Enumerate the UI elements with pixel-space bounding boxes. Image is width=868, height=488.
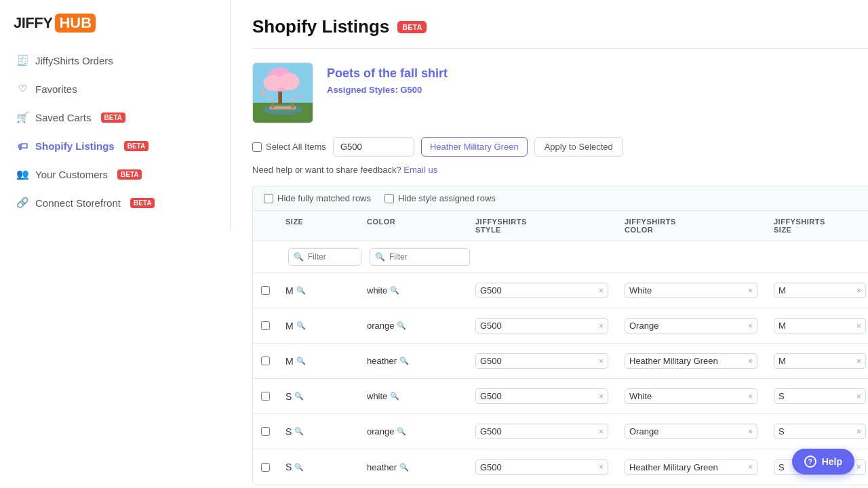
sidebar-item-saved-carts[interactable]: 🛒 Saved Carts BETA bbox=[0, 103, 230, 131]
jsize-clear-3[interactable]: × bbox=[856, 392, 861, 401]
color-filter-search-icon: 🔍 bbox=[375, 252, 385, 262]
help-button[interactable]: ? Help bbox=[792, 449, 854, 474]
style-input[interactable]: G500 bbox=[333, 137, 414, 157]
sidebar-item-connect-storefront[interactable]: 🔗 Connect Storefront BETA bbox=[0, 188, 230, 217]
jstyle-clear-0[interactable]: × bbox=[599, 286, 604, 296]
jsize-tag-3[interactable]: S × bbox=[774, 388, 866, 404]
sidebar-item-label-favorites: Favorites bbox=[35, 83, 77, 95]
color-chip-button[interactable]: Heather Military Green bbox=[421, 137, 528, 157]
hide-matched-checkbox[interactable] bbox=[264, 194, 273, 203]
jsize-clear-0[interactable]: × bbox=[856, 286, 861, 296]
jstyle-tag-3[interactable]: G500 × bbox=[475, 388, 608, 404]
row-checkbox-0 bbox=[253, 281, 277, 300]
jcolor-clear-2[interactable]: × bbox=[748, 357, 753, 366]
help-text: Need help or want to share feedback? Ema… bbox=[252, 165, 868, 175]
jcolor-tag-1[interactable]: Orange × bbox=[625, 318, 757, 333]
size-search-icon-2[interactable]: 🔍 bbox=[296, 357, 306, 365]
row-jcolor-3: White × bbox=[616, 383, 766, 409]
row-color-2: heather 🔍 bbox=[359, 350, 467, 371]
jstyle-clear-4[interactable]: × bbox=[599, 427, 604, 436]
link-icon: 🔗 bbox=[16, 197, 28, 209]
table-row: S 🔍 white 🔍 G500 × White × S × bbox=[253, 379, 868, 414]
th-checkbox bbox=[253, 211, 277, 241]
size-search-icon-1[interactable]: 🔍 bbox=[296, 321, 306, 330]
sidebar-item-label-saved-carts: Saved Carts bbox=[35, 112, 92, 123]
jcolor-tag-5[interactable]: Heather Military Green × bbox=[625, 460, 757, 475]
row-color-4: orange 🔍 bbox=[359, 421, 467, 442]
row-jcolor-5: Heather Military Green × bbox=[616, 454, 766, 481]
jcolor-clear-3[interactable]: × bbox=[748, 392, 753, 401]
select-all-wrapper[interactable]: Select All Items bbox=[252, 142, 326, 152]
size-filter-search-icon: 🔍 bbox=[294, 252, 304, 262]
logo-area: JIFFY HUB bbox=[0, 14, 230, 46]
jstyle-clear-5[interactable]: × bbox=[599, 462, 604, 472]
product-name: Poets of the fall shirt bbox=[327, 66, 448, 81]
jcolor-clear-1[interactable]: × bbox=[748, 321, 753, 331]
jcolor-tag-0[interactable]: White × bbox=[625, 283, 757, 298]
sidebar-item-jiffyshirts-orders[interactable]: 🧾 JiffyShirts Orders bbox=[0, 46, 230, 75]
color-search-icon-5[interactable]: 🔍 bbox=[399, 463, 409, 472]
th-jiffyshirts-style: JIFFYSHIRTSSTYLE bbox=[467, 211, 616, 241]
jsize-tag-2[interactable]: M × bbox=[774, 353, 866, 369]
jsize-clear-4[interactable]: × bbox=[856, 427, 861, 436]
jcolor-tag-2[interactable]: Heather Military Green × bbox=[625, 353, 757, 369]
jstyle-tag-0[interactable]: G500 × bbox=[475, 283, 608, 298]
row-check-4[interactable] bbox=[261, 427, 270, 436]
jstyle-tag-5[interactable]: G500 × bbox=[475, 460, 608, 475]
apply-to-selected-button[interactable]: Apply to Selected bbox=[534, 137, 623, 157]
product-info: Poets of the fall shirt Assigned Styles:… bbox=[327, 62, 448, 95]
jstyle-tag-2[interactable]: G500 × bbox=[475, 353, 608, 369]
sidebar-item-shopify-listings[interactable]: 🏷 Shopify Listings BETA bbox=[0, 131, 230, 160]
hide-assigned-checkbox[interactable] bbox=[384, 194, 394, 203]
color-search-icon-1[interactable]: 🔍 bbox=[397, 321, 406, 330]
page-title: Shopify Listings bbox=[252, 16, 389, 37]
svg-point-11 bbox=[298, 95, 300, 98]
row-color-5: heather 🔍 bbox=[359, 457, 467, 478]
sidebar-item-favorites[interactable]: ♡ Favorites bbox=[0, 75, 230, 103]
badge-saved-carts: BETA bbox=[101, 113, 125, 123]
row-check-3[interactable] bbox=[261, 392, 270, 401]
color-search-icon-0[interactable]: 🔍 bbox=[390, 286, 399, 295]
jcolor-clear-5[interactable]: × bbox=[748, 462, 753, 472]
table-row: M 🔍 heather 🔍 G500 × Heather Military Gr… bbox=[253, 344, 868, 379]
row-check-0[interactable] bbox=[261, 286, 270, 295]
row-check-1[interactable] bbox=[261, 321, 270, 330]
jcolor-clear-4[interactable]: × bbox=[748, 427, 753, 436]
size-search-icon-0[interactable]: 🔍 bbox=[296, 286, 306, 295]
jcolor-clear-0[interactable]: × bbox=[748, 286, 753, 296]
color-search-icon-4[interactable]: 🔍 bbox=[397, 427, 406, 436]
jsize-clear-2[interactable]: × bbox=[856, 357, 861, 366]
size-search-icon-4[interactable]: 🔍 bbox=[294, 427, 304, 436]
jstyle-clear-1[interactable]: × bbox=[599, 321, 604, 331]
jsize-tag-1[interactable]: M × bbox=[774, 318, 866, 333]
row-size-2: M 🔍 bbox=[277, 350, 359, 372]
jcolor-tag-3[interactable]: White × bbox=[625, 388, 757, 404]
size-search-icon-5[interactable]: 🔍 bbox=[294, 463, 304, 472]
hide-matched-wrapper[interactable]: Hide fully matched rows bbox=[264, 193, 371, 203]
hide-assigned-label: Hide style assigned rows bbox=[398, 193, 496, 203]
select-all-checkbox[interactable] bbox=[252, 142, 262, 152]
sidebar-item-label-jiffyshirts-orders: JiffyShirts Orders bbox=[35, 55, 113, 66]
toolbar: Select All Items G500 Heather Military G… bbox=[252, 137, 868, 157]
jsize-tag-4[interactable]: S × bbox=[774, 424, 866, 439]
row-check-5[interactable] bbox=[261, 463, 270, 472]
th-color: COLOR bbox=[359, 211, 467, 241]
color-search-icon-2[interactable]: 🔍 bbox=[399, 357, 409, 365]
email-us-link[interactable]: Email us bbox=[403, 165, 437, 175]
color-search-icon-3[interactable]: 🔍 bbox=[390, 392, 399, 401]
row-check-2[interactable] bbox=[261, 357, 270, 365]
jsize-clear-5[interactable]: × bbox=[856, 462, 861, 472]
hide-assigned-wrapper[interactable]: Hide style assigned rows bbox=[384, 193, 496, 203]
svg-rect-9 bbox=[292, 103, 294, 108]
jcolor-tag-4[interactable]: Orange × bbox=[625, 424, 757, 439]
size-search-icon-3[interactable]: 🔍 bbox=[294, 392, 304, 401]
jstyle-tag-1[interactable]: G500 × bbox=[475, 318, 608, 333]
jsize-tag-0[interactable]: M × bbox=[774, 283, 866, 298]
sidebar-item-your-customers[interactable]: 👥 Your Customers BETA bbox=[0, 160, 230, 188]
jstyle-tag-4[interactable]: G500 × bbox=[475, 424, 608, 439]
jstyle-clear-3[interactable]: × bbox=[599, 392, 604, 401]
jsize-clear-1[interactable]: × bbox=[856, 321, 861, 331]
page-beta-badge: BETA bbox=[397, 21, 427, 33]
jstyle-clear-2[interactable]: × bbox=[599, 357, 604, 366]
row-size-3: S 🔍 bbox=[277, 386, 359, 407]
